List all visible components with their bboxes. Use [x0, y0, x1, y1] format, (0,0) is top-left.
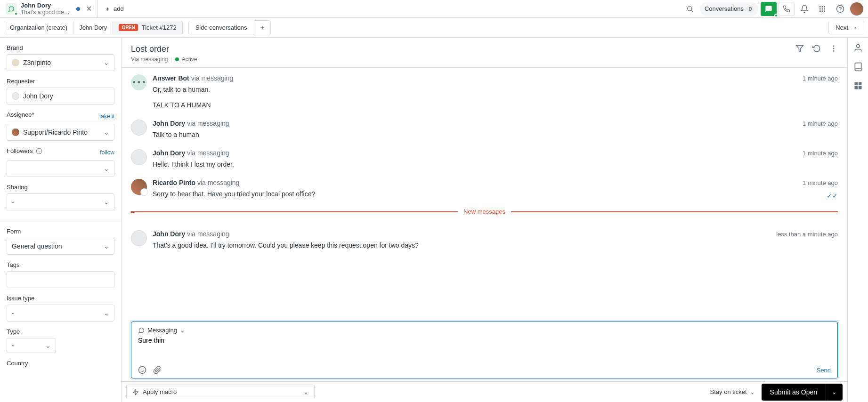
tags-field[interactable] [7, 271, 114, 288]
assignee-select[interactable]: Support/Ricardo Pinto ⌄ [7, 124, 114, 141]
add-label: add [114, 5, 124, 12]
followers-field[interactable]: ⌄ [7, 160, 114, 177]
composer-input[interactable]: Sure thin [131, 334, 837, 362]
submit-button[interactable]: Submit as Open [762, 384, 826, 401]
phone-icon[interactable] [779, 2, 795, 16]
composer-channel-label: Messaging [147, 327, 177, 334]
add-tab-button[interactable]: ＋ add [98, 0, 130, 17]
message-time: 1 minute ago [803, 120, 838, 127]
apps-icon[interactable] [814, 2, 830, 16]
svg-line-1 [691, 10, 693, 12]
svg-point-17 [833, 45, 835, 47]
messaging-icon[interactable] [761, 2, 777, 16]
properties-sidebar: Brand Z3nrpinto ⌄ Requester John Dory As… [0, 38, 122, 402]
help-icon[interactable] [832, 2, 848, 16]
issue-type-select[interactable]: - ⌄ [7, 305, 114, 322]
svg-rect-4 [824, 6, 825, 8]
avatar [131, 179, 147, 195]
chevron-down-icon: ⌄ [104, 129, 109, 136]
message-text: Sorry to hear that. Have you tried your … [153, 189, 838, 199]
sharing-select[interactable]: - ⌄ [7, 193, 114, 210]
footer-bar: Apply macro ⌄ Stay on ticket ⌄ Submit as… [122, 381, 847, 402]
apps-panel-icon[interactable] [853, 81, 863, 90]
take-it-link[interactable]: take it [99, 113, 114, 120]
form-value: General question [12, 242, 62, 250]
chevron-down-icon: ⌄ [303, 388, 308, 395]
tags-label: Tags [7, 261, 114, 268]
active-label: Active [182, 56, 197, 63]
message: ••• Answer Bot via messaging 1 minute ag… [131, 70, 838, 115]
message-text: Talk to a human [153, 130, 838, 140]
right-rail [847, 38, 868, 402]
apply-macro-label: Apply macro [143, 388, 177, 395]
more-icon[interactable] [829, 44, 838, 53]
svg-rect-9 [822, 10, 823, 12]
side-conversations-button[interactable]: Side conversations [188, 21, 254, 34]
emoji-icon[interactable] [138, 366, 146, 374]
chat-bubble-icon [6, 3, 17, 15]
apply-macro-select[interactable]: Apply macro ⌄ [126, 385, 315, 399]
notifications-icon[interactable] [796, 2, 812, 16]
attachment-icon[interactable] [153, 366, 162, 374]
conversations-button[interactable]: Conversations 0 [700, 2, 759, 16]
message-time: less than a minute ago [776, 231, 838, 238]
chevron-down-icon: ⌄ [104, 242, 109, 250]
history-icon[interactable] [812, 44, 821, 53]
chevron-down-icon: ⌄ [104, 165, 109, 172]
breadcrumb: Organization (create) John Dory OPEN Tic… [4, 21, 183, 34]
plus-icon: ＋ [105, 5, 111, 13]
info-icon [36, 148, 42, 154]
send-button[interactable]: Send [817, 367, 831, 374]
knowledge-icon[interactable] [853, 62, 863, 72]
conversations-count: 0 [746, 5, 754, 13]
avatar: ••• [131, 74, 147, 90]
user-profile-icon[interactable] [853, 43, 863, 53]
svg-rect-25 [854, 82, 858, 86]
ticket-number: Ticket #1272 [142, 24, 177, 31]
next-button[interactable]: Next → [828, 21, 864, 34]
crumb-organization[interactable]: Organization (create) [4, 21, 73, 34]
add-side-conversation-button[interactable]: ＋ [254, 20, 271, 35]
arrow-right-icon: → [851, 24, 857, 31]
search-icon[interactable] [682, 2, 698, 16]
requester-field[interactable]: John Dory [7, 88, 114, 105]
chat-bubble-icon [138, 327, 145, 334]
filter-icon[interactable] [795, 44, 804, 53]
form-select[interactable]: General question ⌄ [7, 238, 114, 255]
main-layout: Brand Z3nrpinto ⌄ Requester John Dory As… [0, 38, 868, 402]
form-label: Form [7, 228, 114, 235]
stay-on-ticket-select[interactable]: Stay on ticket ⌄ [710, 388, 755, 395]
chevron-down-icon: ⌄ [750, 388, 755, 395]
svg-rect-2 [819, 6, 821, 8]
follow-link[interactable]: follow [100, 149, 114, 156]
svg-point-19 [833, 50, 835, 52]
requester-value: John Dory [23, 92, 53, 100]
message-time: 1 minute ago [803, 179, 838, 186]
svg-rect-6 [822, 8, 823, 9]
profile-avatar[interactable] [850, 2, 863, 16]
close-tab-icon[interactable]: ✕ [86, 4, 92, 13]
message-text: That's a good idea. I'll try tomorrow. C… [153, 241, 838, 250]
svg-rect-7 [824, 8, 825, 9]
crumb-ticket[interactable]: OPEN Ticket #1272 [113, 21, 182, 34]
submit-dropdown[interactable]: ⌄ [826, 384, 843, 401]
type-select[interactable]: - ⌄ [7, 338, 56, 353]
message: Ricardo Pinto via messaging 1 minute ago… [131, 174, 838, 206]
read-receipt-icon: ✓✓ [827, 191, 838, 201]
svg-rect-8 [819, 10, 821, 12]
message-time: 1 minute ago [803, 150, 838, 157]
svg-rect-27 [854, 86, 858, 89]
composer: Messaging ⌄ Sure thin Send [131, 322, 838, 378]
composer-channel-select[interactable]: Messaging ⌄ [131, 322, 837, 334]
breadcrumb-bar: Organization (create) John Dory OPEN Tic… [0, 18, 868, 38]
lightning-icon [132, 389, 139, 395]
message-author: John Dory via messaging [153, 230, 229, 238]
ticket-tab[interactable]: John Dory That's a good idea. I… ✕ [0, 0, 98, 17]
issue-type-label: Issue type [7, 295, 114, 302]
conversation-header: Lost order Via messaging | Active [122, 38, 847, 68]
via-label: Via messaging [131, 56, 168, 63]
crumb-user[interactable]: John Dory [73, 21, 113, 34]
avatar [131, 120, 147, 136]
new-messages-label: New messages [458, 208, 511, 215]
brand-select[interactable]: Z3nrpinto ⌄ [7, 54, 114, 71]
